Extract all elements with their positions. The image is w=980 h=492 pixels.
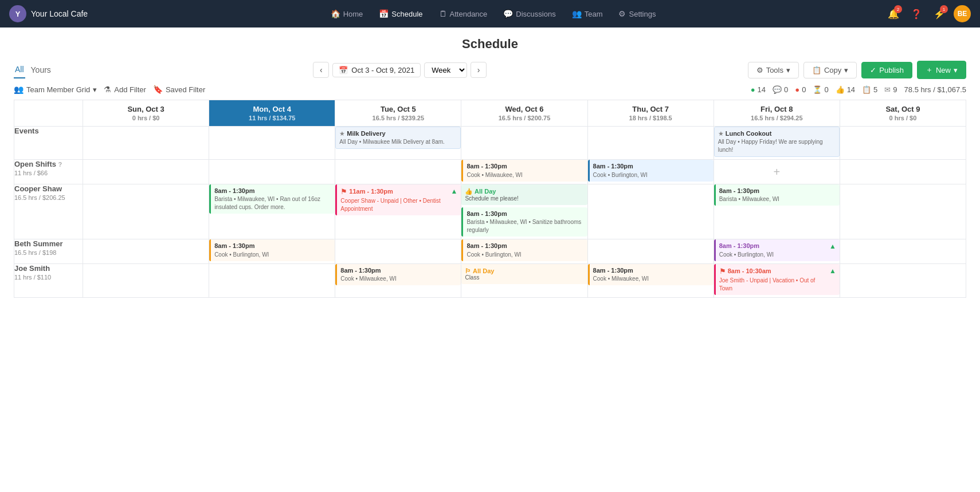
add-filter-button[interactable]: ⚗ Add Filter [104, 85, 146, 94]
nav-attendance[interactable]: 🗒Attendance [432, 6, 495, 22]
events-thu[interactable] [587, 127, 714, 160]
events-tue[interactable]: ★Milk Delivery All Day • Milwaukee Milk … [335, 127, 461, 160]
open-shifts-label: Open Shifts ? 11 hrs / $66 [14, 160, 83, 184]
week-navigator: ‹ 📅 Oct 3 - Oct 9, 2021 Week Day Month › [313, 62, 487, 78]
joe-fri[interactable]: ⚑ 8am - 10:30am Joe Smith - Unpaid | Vac… [714, 263, 840, 297]
events-fri[interactable]: ★Lunch Cookout All Day • Happy Friday! W… [714, 127, 840, 160]
lunch-cookout-event[interactable]: ★Lunch Cookout All Day • Happy Friday! W… [714, 127, 840, 157]
cooper-wed-allday[interactable]: 👍 All Day Schedule me please! [461, 184, 587, 205]
cooper-sun[interactable] [83, 184, 209, 239]
beth-wed-shift[interactable]: 8am - 1:30pm Cook • Burlington, WI [461, 239, 587, 261]
joe-sun[interactable] [83, 263, 209, 297]
beth-fri-shift[interactable]: 8am - 1:30pm Cook • Burlington, WI ▲ [714, 239, 840, 261]
beth-sat[interactable] [840, 239, 966, 263]
milk-delivery-event[interactable]: ★Milk Delivery All Day • Milwaukee Milk … [335, 127, 461, 149]
calendar-icon: 📅 [339, 66, 348, 74]
joe-thu[interactable]: 8am - 1:30pm Cook • Milwaukee, WI [587, 263, 714, 297]
notifications-button[interactable]: 🔔 2 [885, 5, 902, 22]
nav-brand[interactable]: Y Your Local Cafe [9, 5, 88, 22]
stat-messages-value: 0 [784, 85, 788, 94]
filter-icon: ⚗ [104, 85, 111, 94]
cooper-sat[interactable] [840, 184, 966, 239]
team-icon: 👥 [572, 9, 582, 18]
openshift-sun[interactable] [83, 160, 209, 184]
nav-team[interactable]: 👥Team [565, 6, 610, 22]
openshift-fri[interactable]: + [714, 160, 840, 184]
cooper-wed-shift[interactable]: 8am - 1:30pm Barista • Milwaukee, WI • S… [461, 207, 587, 237]
copy-button[interactable]: 📋 Copy ▾ [803, 62, 857, 78]
nav-discussions[interactable]: 💬Discussions [496, 6, 562, 22]
next-week-button[interactable]: › [471, 62, 487, 78]
week-label: 📅 Oct 3 - Oct 9, 2021 [332, 63, 421, 77]
openshift-wed[interactable]: 8am - 1:30pm Cook • Milwaukee, WI [461, 160, 587, 184]
view-select[interactable]: Week Day Month [424, 62, 467, 78]
beth-mon[interactable]: 8am - 1:30pm Cook • Burlington, WI [209, 239, 335, 263]
cooper-mon-shift[interactable]: 8am - 1:30pm Barista • Milwaukee, WI • R… [209, 184, 335, 214]
joe-sat[interactable] [840, 263, 966, 297]
stat-alerts: ● 0 [795, 85, 806, 94]
joe-wed[interactable]: 🏳 All Day Class [461, 263, 587, 297]
cooper-mon[interactable]: 8am - 1:30pm Barista • Milwaukee, WI • R… [209, 184, 335, 239]
stat-messages2-value: 9 [893, 85, 897, 94]
openshift-mon[interactable] [209, 160, 335, 184]
beth-wed[interactable]: 8am - 1:30pm Cook • Burlington, WI [461, 239, 587, 263]
publish-button[interactable]: ✓ Publish [861, 62, 912, 78]
cooper-shaw-label: Cooper Shaw 16.5 hrs / $206.25 [14, 184, 83, 239]
beth-sun[interactable] [83, 239, 209, 263]
tools-button[interactable]: ⚙ Tools ▾ [748, 62, 799, 78]
stats-bar: ● 14 💬 0 ● 0 ⏳ 0 👍 14 📋 5 [751, 85, 966, 94]
events-wed[interactable] [461, 127, 587, 160]
beth-fri[interactable]: 8am - 1:30pm Cook • Burlington, WI ▲ [714, 239, 840, 263]
beth-tue[interactable] [335, 239, 461, 263]
add-shift-plus[interactable]: + [773, 166, 780, 179]
tab-all[interactable]: All [14, 61, 25, 78]
saved-filter-button[interactable]: 🔖 Saved Filter [153, 85, 205, 94]
schedule-table: Sun, Oct 3 0 hrs / $0 Mon, Oct 4 11 hrs … [14, 100, 966, 298]
tab-yours[interactable]: Yours [30, 62, 52, 78]
cooper-fri[interactable]: 8am - 1:30pm Barista • Milwaukee, WI [714, 184, 840, 239]
stat-hours: 78.5 hrs / $1,067.5 [904, 85, 966, 94]
nav-schedule[interactable]: 📅Schedule [372, 6, 429, 22]
prev-week-button[interactable]: ‹ [313, 62, 329, 78]
cooper-tue-shift[interactable]: ⚑ 11am - 1:30pm Cooper Shaw - Unpaid | O… [335, 184, 461, 215]
joe-mon[interactable] [209, 263, 335, 297]
open-shift-thu[interactable]: 8am - 1:30pm Cook • Burlington, WI [588, 160, 714, 181]
events-sat[interactable] [840, 127, 966, 160]
stat-alerts-value: 0 [802, 85, 806, 94]
day-header-fri: Fri, Oct 8 16.5 hrs / $294.25 [714, 100, 840, 127]
events-mon[interactable] [209, 127, 335, 160]
team-member-grid-button[interactable]: 👥 Team Member Grid ▾ [14, 85, 97, 94]
joe-wed-allday[interactable]: 🏳 All Day Class [461, 264, 587, 284]
schedule-grid: Sun, Oct 3 0 hrs / $0 Mon, Oct 4 11 hrs … [0, 100, 980, 312]
nav-home[interactable]: 🏠Home [324, 6, 370, 22]
tab-group: All Yours [14, 61, 52, 78]
beth-mon-shift[interactable]: 8am - 1:30pm Cook • Burlington, WI [209, 239, 335, 261]
openshift-sat[interactable] [840, 160, 966, 184]
open-shift-wed[interactable]: 8am - 1:30pm Cook • Milwaukee, WI [461, 160, 587, 181]
cooper-wed[interactable]: 👍 All Day Schedule me please! 8am - 1:30… [461, 184, 587, 239]
cooper-tue[interactable]: ⚑ 11am - 1:30pm Cooper Shaw - Unpaid | O… [335, 184, 461, 239]
beth-thu[interactable] [587, 239, 714, 263]
cooper-thu[interactable] [587, 184, 714, 239]
nav-settings[interactable]: ⚙Settings [611, 6, 663, 22]
envelope-icon: ✉ [884, 85, 891, 94]
day-header-mon: Mon, Oct 4 11 hrs / $134.75 [209, 100, 335, 127]
joe-thu-shift[interactable]: 8am - 1:30pm Cook • Milwaukee, WI [588, 264, 714, 285]
cooper-fri-shift[interactable]: 8am - 1:30pm Barista • Milwaukee, WI [714, 184, 840, 206]
nav-right: 🔔 2 ❓ ⚡ 1 BE [885, 5, 971, 22]
day-header-sat: Sat, Oct 9 0 hrs / $0 [840, 100, 966, 127]
events-sun[interactable] [83, 127, 209, 160]
joe-tue-shift[interactable]: 8am - 1:30pm Cook • Milwaukee, WI [335, 264, 461, 285]
joe-tue[interactable]: 8am - 1:30pm Cook • Milwaukee, WI [335, 263, 461, 297]
attendance-icon: 🗒 [439, 9, 447, 18]
user-avatar[interactable]: BE [954, 5, 971, 22]
copy-chevron-icon: ▾ [844, 66, 848, 74]
help-icon: ? [58, 161, 62, 168]
openshift-thu[interactable]: 8am - 1:30pm Cook • Burlington, WI [587, 160, 714, 184]
new-button[interactable]: ＋ New ▾ [917, 61, 966, 79]
joe-fri-shift[interactable]: ⚑ 8am - 10:30am Joe Smith - Unpaid | Vac… [714, 264, 840, 295]
check-circle-icon: ● [751, 85, 755, 94]
openshift-tue[interactable] [335, 160, 461, 184]
help-button[interactable]: ❓ [908, 5, 925, 22]
activity-button[interactable]: ⚡ 1 [931, 5, 948, 22]
